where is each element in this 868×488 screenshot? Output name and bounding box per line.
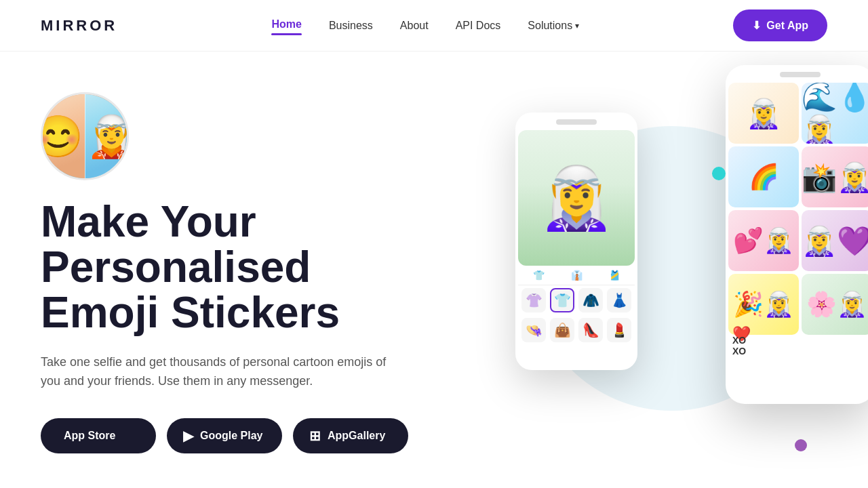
nav-item-home[interactable]: Home — [271, 18, 301, 33]
clothing-item[interactable]: 👠 — [578, 318, 603, 342]
nav-item-business[interactable]: Business — [329, 20, 373, 32]
clothing-item[interactable]: 👜 — [550, 318, 574, 342]
phone-front: 🧝‍♀️ 🌊💧🧝‍♀️ 🌈 📸🧝‍♀️ 💕🧝‍♀️ 🧝‍♀️💜 — [726, 65, 868, 404]
nav-link-home[interactable]: Home — [271, 18, 301, 30]
huawei-icon: ⊞ — [309, 428, 321, 444]
get-app-button[interactable]: ⬇ Get App — [733, 9, 827, 41]
nav-item-about[interactable]: About — [400, 20, 429, 32]
phone-notch-back — [556, 119, 597, 125]
editor-toolbar: 👕 👔 🎽 — [518, 266, 635, 285]
clothing-item[interactable]: 👚 — [521, 288, 546, 312]
hero-right: 🧝‍♀️ 👕 👔 🎽 👚 👕 🧥 👗 👒 👜 👠 — [509, 52, 868, 488]
google-play-button[interactable]: ▶ Google Play — [167, 418, 282, 453]
shirts-tab[interactable]: 👔 — [571, 270, 583, 281]
hero-title: Make Your Personalised Emoji Stickers — [41, 199, 461, 336]
clothing-items: 👚 👕 🧥 👗 — [518, 285, 635, 315]
avatar — [41, 92, 129, 180]
sticker-cell: 🌸🧝‍♀️ — [802, 274, 868, 335]
nav-links: Home Business About API Docs Solutions ▾ — [271, 18, 579, 33]
logo[interactable]: MIRROR — [41, 17, 117, 35]
clothing-item[interactable]: 🧥 — [578, 288, 603, 312]
purple-dot — [795, 439, 807, 451]
sticker-cell: 🌊💧🧝‍♀️ — [802, 83, 868, 144]
sticker-grid: 🧝‍♀️ 🌊💧🧝‍♀️ 🌈 📸🧝‍♀️ 💕🧝‍♀️ 🧝‍♀️💜 — [726, 80, 868, 338]
clothing-items-row2: 👒 👜 👠 💄 — [518, 315, 635, 345]
nav-link-solutions[interactable]: Solutions ▾ — [528, 20, 579, 32]
avatar-editor-preview: 🧝‍♀️ — [518, 130, 635, 266]
download-icon: ⬇ — [752, 19, 761, 32]
chevron-down-icon: ▾ — [575, 21, 579, 30]
clothing-item[interactable]: 💄 — [607, 318, 631, 342]
avatar-realistic-half — [43, 94, 85, 178]
phone-notch-front — [780, 72, 821, 77]
sticker-cell: 🌈 — [728, 146, 799, 207]
clothing-item[interactable]: 👕 — [550, 288, 574, 312]
crop-tops-tab[interactable]: 🎽 — [609, 270, 620, 281]
sticker-cell: 💕🧝‍♀️ — [728, 210, 799, 271]
navbar: MIRROR Home Business About API Docs Solu… — [0, 0, 868, 52]
hero-subtitle: Take one selfie and get thousands of per… — [41, 352, 407, 392]
tops-tab[interactable]: 👕 — [533, 270, 545, 281]
nav-link-api-docs[interactable]: API Docs — [456, 20, 501, 31]
store-buttons: App Store ▶ Google Play ⊞ AppGallery — [41, 418, 461, 453]
nav-item-solutions[interactable]: Solutions ▾ — [528, 20, 579, 32]
nav-item-api-docs[interactable]: API Docs — [456, 20, 501, 32]
sticker-cell: 🧝‍♀️ — [728, 83, 799, 144]
play-icon: ▶ — [183, 428, 193, 444]
phone-back-content: 🧝‍♀️ 👕 👔 🎽 👚 👕 🧥 👗 👒 👜 👠 — [515, 127, 637, 348]
clothing-item[interactable]: 👗 — [607, 288, 631, 312]
sticker-cell: 🧝‍♀️💜 — [802, 210, 868, 271]
clothing-item[interactable]: 👒 — [521, 318, 546, 342]
nav-link-business[interactable]: Business — [329, 20, 373, 31]
app-store-button[interactable]: App Store — [41, 418, 156, 453]
avatar-cartoon-half — [85, 94, 127, 178]
nav-active-indicator — [271, 33, 301, 35]
xoxo-text: XOXO — [732, 335, 746, 357]
avatar-character: 🧝‍♀️ — [538, 163, 614, 234]
nav-link-about[interactable]: About — [400, 20, 429, 31]
teal-dot — [712, 167, 726, 180]
appgallery-button[interactable]: ⊞ AppGallery — [293, 418, 408, 453]
hero-section: Make Your Personalised Emoji Stickers Ta… — [0, 52, 868, 488]
hero-left: Make Your Personalised Emoji Stickers Ta… — [41, 79, 461, 453]
sticker-cell: 📸🧝‍♀️ — [802, 146, 868, 207]
phone-back: 🧝‍♀️ 👕 👔 🎽 👚 👕 🧥 👗 👒 👜 👠 — [515, 113, 637, 370]
